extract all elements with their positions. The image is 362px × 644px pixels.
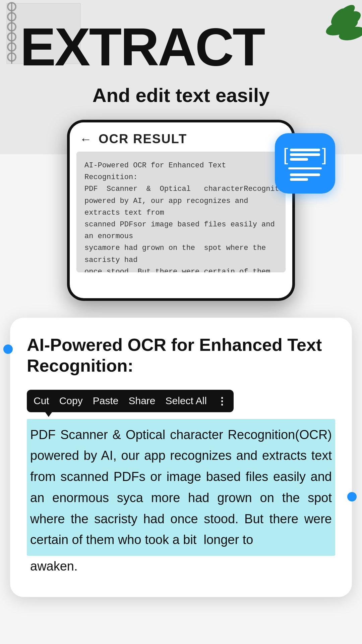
phone-content: AI-Powered OCR for Enhanced Text Recogni… [76,152,286,272]
menu-item-copy[interactable]: Copy [59,395,83,407]
unselected-text: awaken. [27,556,335,577]
app-icon: [ ] [275,133,335,194]
header-section: EXTRACT And edit text easily [0,0,362,106]
icon-line-2 [290,153,320,156]
back-arrow-icon[interactable]: ← [80,132,92,146]
page-subtitle: And edit text easily [20,84,342,106]
icon-line-4 [290,173,320,176]
icon-line-1 [290,149,320,151]
menu-more-icon[interactable]: ⋮ [217,395,227,407]
selected-text: PDF Scanner & Optical character Recognit… [27,419,335,556]
phone-mockup-area: [ ] ← [0,120,362,308]
icon-lines [290,149,320,161]
menu-item-select-all[interactable]: Select All [166,395,207,407]
icon-line-3 [290,158,308,161]
page-title: EXTRACT [20,20,342,74]
menu-item-paste[interactable]: Paste [93,395,119,407]
main-container: EXTRACT And edit text easily [ ] [0,0,362,644]
bracket-right: ] [322,146,327,163]
menu-item-cut[interactable]: Cut [34,395,49,407]
selection-cursor-left [3,344,13,354]
icon-bracket-top: [ ] [283,146,327,163]
phone-header: ← OCR RESULT [70,122,292,152]
bracket-left: [ [283,146,288,163]
app-icon-inner: [ ] [282,140,328,187]
phone-frame: ← OCR RESULT AI-Powered OCR for Enhanced… [67,120,295,301]
card-heading: AI-Powered OCR for Enhanced Text Recogni… [27,334,335,376]
phone-text: AI-Powered OCR for Enhanced Text Recogni… [84,160,278,272]
context-menu: Cut Copy Paste Share Select All ⋮ [27,390,234,412]
screen-title: OCR RESULT [99,132,187,146]
menu-item-share[interactable]: Share [128,395,155,407]
icon-line-5 [290,178,308,181]
bottom-card: AI-Powered OCR for Enhanced Text Recogni… [10,318,352,597]
icon-lines-bottom [290,173,320,181]
icon-separator [288,167,322,169]
phone-screen: ← OCR RESULT AI-Powered OCR for Enhanced… [70,122,292,298]
selection-cursor-right [347,492,357,501]
